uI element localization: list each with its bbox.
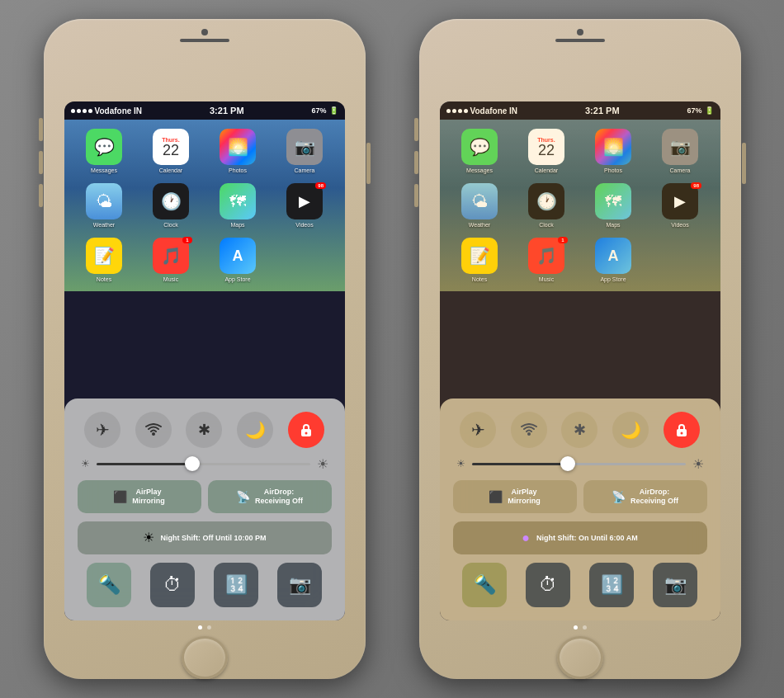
night-shift-row-left: ☀ Night Shift: Off Until 10:00 PM — [78, 521, 332, 554]
airdrop-label-right: AirDrop:Receiving Off — [631, 488, 678, 506]
page-dot-1 — [198, 625, 202, 630]
flashlight-button-right[interactable]: 🔦 — [462, 563, 507, 607]
home-button-left[interactable] — [182, 636, 228, 679]
slider-track-right — [472, 463, 686, 465]
airplay-button-right[interactable]: ⬛ AirPlayMirroring — [453, 480, 577, 513]
calculator-button-left[interactable]: 🔢 — [214, 563, 258, 607]
app-clock[interactable]: 🕐 Clock — [146, 181, 196, 230]
iphone-top-left — [44, 19, 366, 42]
night-shift-button-left[interactable]: ☀ Night Shift: Off Until 10:00 PM — [78, 521, 332, 554]
time-left: 3:21 PM — [210, 106, 244, 116]
right-phone-side-buttons — [414, 118, 418, 207]
home-button-right[interactable] — [557, 636, 603, 679]
app-clock-icon: 🕐 — [153, 183, 189, 219]
app-music[interactable]: 🎵 1 Music — [146, 235, 196, 285]
app-empty — [280, 235, 329, 285]
status-right-left: 67% 🔋 — [311, 106, 338, 115]
airdrop-button-right[interactable]: 📡 AirDrop:Receiving Off — [583, 480, 707, 513]
app-photos-r: 🌅 Photos — [588, 126, 638, 176]
app-camera-label: Camera — [295, 167, 315, 173]
app-videos[interactable]: ▶ 98 Videos — [280, 181, 329, 230]
iphone-right: Vodafone IN 3:21 PM 67% 🔋 💬 Messages — [419, 19, 741, 679]
app-maps[interactable]: 🗺 Maps — [213, 181, 262, 230]
action-row-left: ⬛ AirPlayMirroring 📡 AirDrop:Receiving O… — [78, 480, 332, 513]
svg-point-3 — [527, 432, 531, 436]
page-dot-r1 — [574, 625, 578, 630]
speaker-left — [180, 39, 229, 42]
brightness-slider-left[interactable]: ☀ ☀ — [78, 456, 332, 472]
home-screen-left: 💬 Messages Thurs. 22 Calendar 🌅 Photos — [64, 120, 345, 291]
brightness-max-icon: ☀ — [317, 456, 328, 472]
camera-quick-button-left[interactable]: 📷 — [277, 563, 322, 607]
page-dots-right — [574, 625, 587, 630]
app-weather-icon: 🌤 — [86, 183, 122, 219]
app-maps-r: 🗺 Maps — [588, 181, 638, 230]
app-appstore-label: App Store — [224, 276, 250, 282]
airdrop-icon-left: 📡 — [236, 490, 250, 503]
airplay-button-left[interactable]: ⬛ AirPlayMirroring — [78, 480, 201, 513]
airplay-label-left: AirPlayMirroring — [132, 488, 165, 506]
night-shift-row-right: ● Night Shift: On Until 6:00 AM — [453, 521, 707, 554]
app-calendar[interactable]: Thurs. 22 Calendar — [146, 126, 196, 176]
app-camera-icon: 📷 — [286, 129, 323, 165]
donotdisturb-toggle-left[interactable]: 🌙 — [237, 412, 273, 448]
screen-left: Vodafone IN 3:21 PM 67% 🔋 💬 Messages — [64, 101, 345, 620]
action-row-right: ⬛ AirPlayMirroring 📡 AirDrop:Receiving O… — [453, 480, 707, 513]
app-messages-label: Messages — [91, 167, 117, 173]
app-row-r2: 🌤 Weather 🕐 Clock 🗺 Maps ▶ 98 Video — [446, 181, 714, 230]
airplane-toggle-left[interactable]: ✈ — [84, 412, 120, 448]
airplane-toggle-right[interactable]: ✈ — [460, 412, 496, 448]
status-bar-left: Vodafone IN 3:21 PM 67% 🔋 — [64, 101, 345, 120]
calculator-button-right[interactable]: 🔢 — [589, 563, 634, 607]
app-row-1: 💬 Messages Thurs. 22 Calendar 🌅 Photos — [71, 126, 338, 176]
music-badge: 1 — [182, 237, 192, 243]
svg-point-2 — [305, 432, 307, 434]
wifi-toggle-left[interactable] — [135, 412, 172, 448]
camera-dot-right — [577, 29, 583, 35]
app-row-r1: 💬 Messages Thurs. 22 Calendar 🌅 Photos — [446, 126, 714, 176]
app-weather-label: Weather — [93, 222, 115, 228]
left-side-buttons — [39, 118, 43, 207]
app-appstore[interactable]: A App Store — [213, 235, 262, 285]
screen-right: Vodafone IN 3:21 PM 67% 🔋 💬 Messages — [440, 101, 720, 620]
bluetooth-toggle-right[interactable]: ✱ — [561, 412, 597, 448]
timer-button-left[interactable]: ⏱ — [150, 563, 195, 607]
donotdisturb-toggle-right[interactable]: 🌙 — [612, 412, 649, 448]
night-shift-label-right: Night Shift: On Until 6:00 AM — [536, 534, 638, 542]
timer-button-right[interactable]: ⏱ — [526, 563, 570, 607]
app-notes[interactable]: 📝 Notes — [79, 235, 129, 285]
page-dot-r2 — [583, 625, 587, 630]
app-photos-icon: 🌅 — [220, 129, 256, 165]
app-maps-icon: 🗺 — [220, 183, 256, 219]
night-shift-icon-left: ☀ — [143, 530, 154, 545]
app-messages-r: 💬 Messages — [455, 126, 504, 176]
app-weather[interactable]: 🌤 Weather — [79, 181, 129, 230]
app-row-3: 📝 Notes 🎵 1 Music A App Store — [71, 235, 338, 285]
airplay-icon-left: ⬛ — [113, 490, 127, 503]
videos-badge: 98 — [315, 182, 326, 189]
app-weather-r: 🌤 Weather — [455, 181, 504, 230]
battery-icon-left: 🔋 — [329, 106, 338, 115]
wifi-toggle-right[interactable] — [511, 412, 547, 448]
night-shift-button-right[interactable]: ● Night Shift: On Until 6:00 AM — [453, 521, 707, 554]
airdrop-button-left[interactable]: 📡 AirDrop:Receiving Off — [208, 480, 332, 513]
app-maps-label: Maps — [230, 222, 244, 228]
app-music-label: Music — [163, 276, 178, 282]
lock-toggle-left[interactable] — [288, 412, 324, 448]
night-shift-icon-right: ● — [522, 531, 530, 545]
quick-row-left: 🔦 ⏱ 🔢 📷 — [78, 563, 332, 607]
flashlight-button-left[interactable]: 🔦 — [87, 563, 131, 607]
bluetooth-toggle-left[interactable]: ✱ — [186, 412, 222, 448]
camera-quick-button-right[interactable]: 📷 — [653, 563, 697, 607]
app-messages[interactable]: 💬 Messages — [79, 126, 129, 176]
airdrop-label-left: AirDrop:Receiving Off — [255, 488, 303, 506]
brightness-slider-right[interactable]: ☀ ☀ — [453, 456, 707, 472]
app-clock-r: 🕐 Clock — [522, 181, 571, 230]
app-row-r3: 📝 Notes 🎵 1 Music A App Store — [446, 235, 714, 285]
lock-toggle-right[interactable] — [664, 412, 700, 448]
airplay-icon-right: ⬛ — [489, 490, 503, 503]
app-photos[interactable]: 🌅 Photos — [213, 126, 262, 176]
camera-dot-left — [201, 29, 208, 35]
app-camera[interactable]: 📷 Camera — [280, 126, 329, 176]
app-calendar-icon: Thurs. 22 — [153, 129, 189, 165]
